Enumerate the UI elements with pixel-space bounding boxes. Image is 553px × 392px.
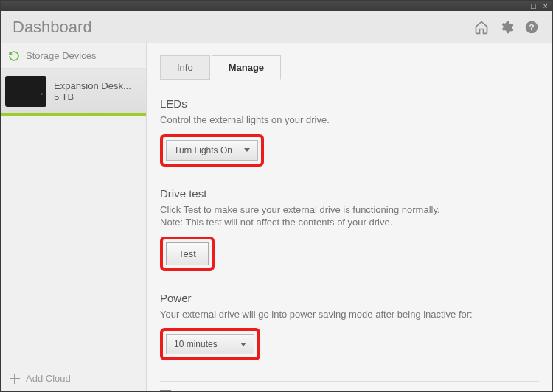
drive-test-title: Drive test — [160, 187, 539, 200]
section-power: Power Your external drive will go into p… — [160, 292, 539, 361]
sidebar-spacer — [1, 116, 146, 365]
content: Info Manage LEDs Control the external li… — [147, 43, 552, 391]
default-backup-checkbox[interactable] — [160, 390, 171, 391]
drive-test-desc: Click Test to make sure your external dr… — [160, 203, 539, 229]
titlebar: — □ × — [1, 1, 552, 11]
header: Dashboard ? — [1, 11, 552, 43]
gear-icon[interactable] — [498, 18, 515, 36]
sidebar: Storage Devices Expansion Desk... 5 TB A… — [1, 43, 147, 391]
home-icon[interactable] — [473, 18, 490, 36]
tab-manage[interactable]: Manage — [212, 55, 281, 80]
app-window: — □ × Dashboard ? Storage Devices — [0, 0, 553, 392]
power-dropdown[interactable]: 10 minutes — [166, 334, 254, 354]
power-dropdown-value: 10 minutes — [174, 339, 218, 349]
highlight-leds: Turn Lights On — [160, 134, 264, 167]
sidebar-header-label: Storage Devices — [26, 50, 96, 61]
sidebar-header[interactable]: Storage Devices — [1, 43, 146, 69]
leds-desc: Control the external lights on your driv… — [160, 113, 539, 127]
leds-title: LEDs — [160, 97, 539, 110]
svg-text:?: ? — [529, 22, 534, 32]
add-cloud-button[interactable]: Add Cloud — [1, 365, 146, 391]
page-title: Dashboard — [13, 18, 465, 37]
test-button[interactable]: Test — [166, 242, 209, 265]
power-title: Power — [160, 292, 539, 304]
refresh-icon — [8, 50, 20, 62]
plus-icon — [10, 374, 20, 384]
default-backup-label: Use this device for default backup — [175, 389, 330, 391]
highlight-power: 10 minutes — [160, 328, 260, 360]
chevron-down-icon — [240, 343, 246, 346]
leds-dropdown-value: Turn Lights On — [174, 145, 232, 155]
power-desc: Your external drive will go into power s… — [160, 308, 539, 321]
divider — [160, 381, 539, 382]
close-button[interactable]: × — [543, 2, 548, 10]
leds-dropdown[interactable]: Turn Lights On — [166, 140, 258, 161]
tabs: Info Manage — [160, 55, 539, 80]
device-capacity: 5 TB — [54, 91, 131, 102]
section-drive-test: Drive test Click Test to make sure your … — [160, 187, 539, 271]
drive-test-desc-line1: Click Test to make sure your external dr… — [160, 204, 440, 215]
device-thumbnail — [5, 76, 46, 107]
minimize-button[interactable]: — — [515, 2, 524, 10]
highlight-test: Test — [160, 237, 215, 271]
help-icon[interactable]: ? — [523, 18, 540, 36]
sidebar-item-device[interactable]: Expansion Desk... 5 TB — [1, 69, 146, 116]
chevron-down-icon — [244, 148, 250, 152]
device-name: Expansion Desk... — [54, 80, 131, 91]
body: Storage Devices Expansion Desk... 5 TB A… — [1, 43, 552, 391]
add-cloud-label: Add Cloud — [26, 373, 71, 384]
tab-info[interactable]: Info — [160, 55, 210, 80]
default-backup-row: Use this device for default backup — [160, 389, 539, 391]
maximize-button[interactable]: □ — [531, 2, 536, 10]
drive-test-desc-line2: Note: This test will not affect the cont… — [160, 217, 392, 228]
section-leds: LEDs Control the external lights on your… — [160, 97, 539, 167]
device-info: Expansion Desk... 5 TB — [54, 80, 131, 102]
